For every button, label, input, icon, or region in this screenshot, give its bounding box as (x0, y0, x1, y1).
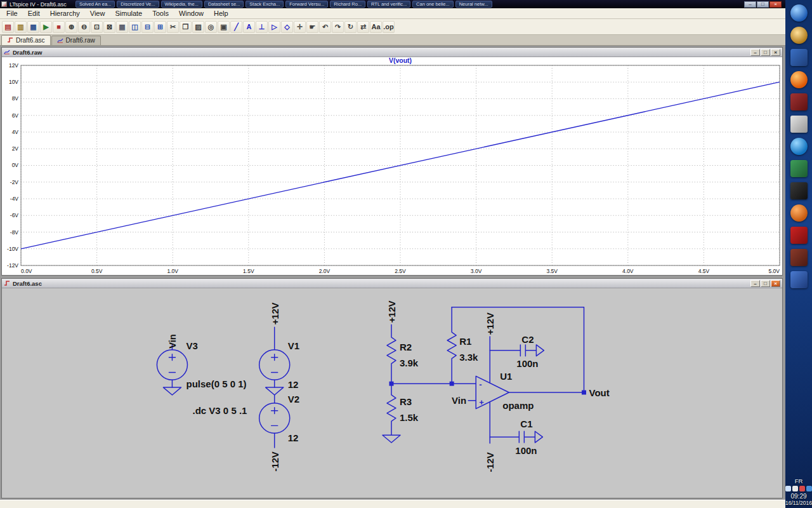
desktop-icon-green-app[interactable] (790, 160, 808, 177)
save-icon[interactable]: ▦ (27, 21, 39, 33)
mirror-icon[interactable]: ⇄ (357, 21, 369, 33)
move-icon[interactable]: ✛ (294, 21, 306, 33)
diode-icon[interactable]: ▷ (268, 21, 280, 33)
zoom-in-icon[interactable]: ⊕ (65, 21, 77, 33)
c2-value[interactable]: 100n (516, 359, 538, 370)
trace-vout[interactable] (21, 82, 780, 249)
schematic-minimize-button[interactable]: – (750, 280, 760, 287)
redo-icon[interactable]: ↷ (332, 21, 344, 33)
u1-value[interactable]: opamp (502, 400, 534, 411)
waveform-close-button[interactable]: × (771, 49, 780, 56)
capacitor-c1[interactable] (519, 431, 542, 443)
menu-window[interactable]: Window (174, 9, 209, 18)
tray-volume-icon[interactable] (792, 486, 798, 491)
resistor-r2[interactable] (387, 324, 396, 384)
close-button[interactable]: × (769, 1, 782, 8)
find-icon[interactable]: ◎ (205, 21, 217, 33)
component-icon[interactable]: ◇ (281, 21, 293, 33)
clock-time[interactable]: 09:29 (785, 493, 812, 500)
menu-view[interactable]: View (85, 9, 110, 18)
text-icon[interactable]: Aa (370, 21, 382, 33)
desktop-icon-firefox[interactable] (790, 71, 808, 88)
taskbar-item[interactable]: Richard Ro... (330, 1, 365, 8)
desktop-icon-blue-globe[interactable] (790, 4, 808, 22)
r3-value[interactable]: 1.5k (400, 413, 419, 424)
resistor-r3[interactable] (383, 384, 400, 443)
taskbar-item[interactable]: Solved An ea... (75, 1, 115, 8)
v1-value[interactable]: 12 (288, 379, 299, 390)
copy-icon[interactable]: ❐ (180, 21, 192, 33)
menu-simulate[interactable]: Simulate (110, 9, 147, 18)
waveform-pane[interactable]: 0.0V0.5V1.0V1.5V2.0V2.5V3.0V3.5V4.0V4.5V… (2, 57, 782, 275)
waveform-plot[interactable]: 0.0V0.5V1.0V1.5V2.0V2.5V3.0V3.5V4.0V4.5V… (2, 57, 782, 275)
label-net-icon[interactable]: A (243, 21, 255, 33)
v3-designator[interactable]: V3 (186, 340, 197, 351)
schematic-pane[interactable]: V3 pulse(0 5 0 1) Vin V1 12 +12V V2 12 -… (2, 288, 782, 498)
desktop-icon-blue-app[interactable] (790, 271, 808, 288)
tab-draft6-raw[interactable]: Draft6.raw (51, 36, 101, 45)
desktop-icon-gold-coil[interactable] (790, 27, 808, 44)
net-label-vout[interactable]: Vout (589, 387, 610, 398)
schematic-close-button[interactable]: × (771, 280, 780, 287)
voltage-source-v1[interactable] (259, 327, 290, 403)
desktop-icon-orange-app[interactable] (790, 204, 808, 222)
paste-icon[interactable]: ▨ (192, 21, 204, 33)
tab-draft6-asc[interactable]: Draft6.asc (1, 35, 51, 45)
net-label-plus12-r2[interactable]: +12V (386, 300, 397, 323)
desktop-icon-console[interactable] (790, 182, 808, 199)
capacitor-c2[interactable] (520, 345, 544, 356)
waveform-titlebar[interactable]: Draft6.raw – □ × (2, 48, 782, 57)
undo-icon[interactable]: ↶ (319, 21, 331, 33)
taskbar-item[interactable]: Forward Versu... (285, 1, 328, 8)
taskbar-item[interactable]: Wikipedia, the... (161, 1, 202, 8)
clock-date[interactable]: 16/11/2016 (785, 500, 812, 506)
voltage-source-v2[interactable] (259, 403, 290, 448)
trace-title[interactable]: V(vout) (389, 57, 412, 64)
r2-value[interactable]: 3.9k (400, 358, 419, 368)
r1-designator[interactable]: R1 (459, 336, 471, 347)
tile-vertical-icon[interactable]: ◫ (129, 21, 141, 33)
net-label-plus12-v1[interactable]: +12V (270, 302, 280, 324)
print-icon[interactable]: ▣ (218, 21, 230, 33)
zoom-fit-icon[interactable]: ⊠ (103, 21, 115, 33)
ground-icon[interactable]: ⊥ (256, 21, 268, 33)
cut-icon[interactable]: ✂ (167, 21, 179, 33)
v1-designator[interactable]: V1 (288, 340, 299, 351)
drag-icon[interactable]: ☛ (306, 21, 318, 33)
v2-value[interactable]: 12 (288, 432, 299, 443)
grid-icon[interactable]: ▦ (116, 21, 128, 33)
taskbar-item[interactable]: Can one belie... (412, 1, 454, 8)
zoom-out-icon[interactable]: ⊖ (78, 21, 90, 33)
zoom-area-icon[interactable]: ⊡ (91, 21, 103, 33)
cascade-windows-icon[interactable]: ⊞ (154, 21, 166, 33)
menu-hierarchy[interactable]: Hierarchy (45, 9, 85, 18)
schematic-titlebar[interactable]: Draft6.asc – □ × (2, 279, 782, 288)
r1-value[interactable]: 3.3k (459, 352, 478, 363)
run-icon[interactable]: ▶ (40, 21, 52, 33)
waveform-minimize-button[interactable]: – (750, 49, 760, 56)
rotate-icon[interactable]: ↻ (344, 21, 357, 33)
desktop-icon-red-media[interactable] (790, 93, 808, 110)
net-label-plus12-opamp[interactable]: +12V (485, 312, 495, 335)
taskbar-item[interactable]: Stack Excha... (246, 1, 284, 8)
wire-icon[interactable]: ╱ (230, 21, 242, 33)
titlebar[interactable]: LTspice IV - Draft6.asc Solved An ea... … (0, 0, 785, 8)
minimize-button[interactable]: – (744, 1, 756, 8)
menu-tools[interactable]: Tools (147, 9, 174, 18)
resistor-r1[interactable] (447, 307, 456, 384)
c1-value[interactable]: 100n (515, 445, 537, 456)
taskbar-item[interactable]: Neural netw... (455, 1, 492, 8)
menu-edit[interactable]: Edit (23, 9, 45, 18)
net-label-vin[interactable]: Vin (167, 334, 178, 349)
menu-help[interactable]: Help (209, 9, 233, 18)
language-indicator[interactable]: FR (785, 478, 812, 485)
c2-designator[interactable]: C2 (521, 334, 534, 345)
tray-network-icon[interactable] (785, 486, 791, 491)
tray-shield-icon[interactable] (799, 486, 805, 491)
waveform-restore-button[interactable]: □ (761, 49, 770, 56)
desktop-icon-blue-document[interactable] (790, 49, 808, 66)
r3-designator[interactable]: R3 (400, 396, 412, 407)
v3-value[interactable]: pulse(0 5 0 1) (186, 378, 246, 389)
voltage-source-v3[interactable] (157, 345, 187, 395)
taskbar-item[interactable]: Datasheet se... (204, 1, 244, 8)
